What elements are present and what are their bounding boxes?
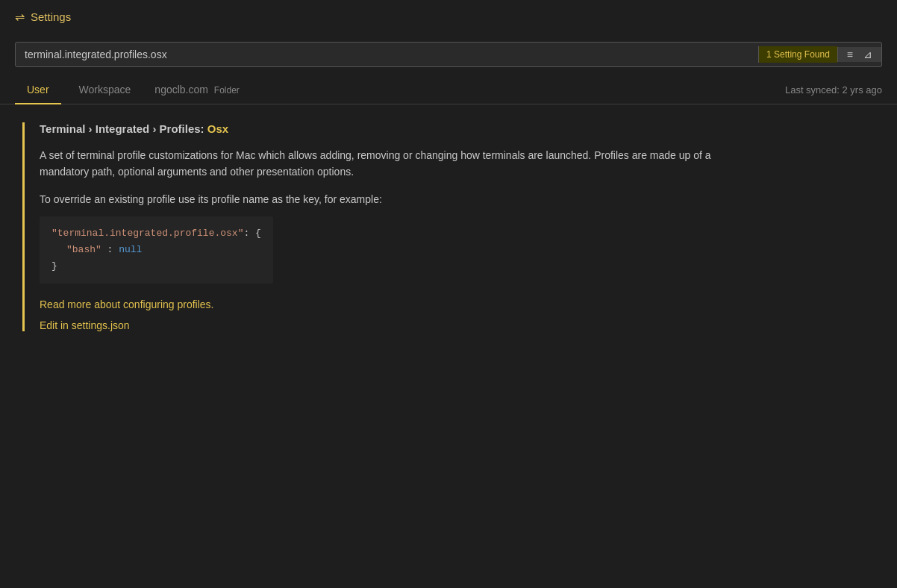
code-null: null — [119, 244, 142, 255]
code-line3: } — [51, 260, 57, 272]
read-more-link[interactable]: Read more about configuring profiles. — [40, 298, 875, 310]
tabs-row: User Workspace ngoclb.com Folder Last sy… — [0, 76, 897, 104]
setting-description: A set of terminal profile customizations… — [40, 147, 711, 181]
setting-title-highlight: Osx — [207, 122, 228, 135]
folder-label: Folder — [214, 85, 240, 96]
setting-title: Terminal › Integrated › Profiles: Osx — [40, 122, 875, 135]
setting-card: Terminal › Integrated › Profiles: Osx A … — [22, 122, 875, 331]
content-area: Terminal › Integrated › Profiles: Osx A … — [0, 104, 897, 358]
code-block: "terminal.integrated.profile.osx": { "ba… — [40, 216, 273, 284]
filter-lines-button[interactable]: ≡ — [844, 47, 856, 62]
settings-header: ⇌ Settings — [0, 0, 897, 33]
search-input[interactable] — [16, 43, 758, 66]
search-actions: ≡ ⊿ — [837, 47, 881, 62]
search-result-badge: 1 Setting Found — [758, 46, 837, 63]
filter-button[interactable]: ⊿ — [860, 47, 875, 62]
edit-settings-link[interactable]: Edit in settings.json — [40, 319, 875, 331]
tab-workspace[interactable]: Workspace — [67, 76, 143, 104]
code-key-1: "terminal.integrated.profile.osx" — [51, 228, 243, 239]
settings-title: Settings — [31, 10, 71, 23]
code-line1: "terminal.integrated.profile.osx": { — [51, 228, 261, 239]
setting-title-prefix: Terminal › Integrated › Profiles: — [40, 122, 207, 135]
tab-folder[interactable]: ngoclb.com Folder — [143, 76, 251, 104]
search-bar-row: 1 Setting Found ≡ ⊿ — [0, 33, 897, 76]
code-colon-1: : { — [243, 228, 260, 239]
settings-icon: ⇌ — [15, 10, 25, 24]
sync-info: Last synced: 2 yrs ago — [785, 84, 882, 96]
code-rest-2: : — [101, 244, 119, 255]
code-key-2: "bash" — [66, 244, 101, 255]
tabs-left: User Workspace ngoclb.com Folder — [15, 76, 251, 104]
tab-user[interactable]: User — [15, 76, 61, 104]
code-line2: "bash" : null — [66, 242, 261, 258]
override-text: To override an existing profile use its … — [40, 191, 875, 207]
search-container: 1 Setting Found ≡ ⊿ — [15, 42, 882, 67]
